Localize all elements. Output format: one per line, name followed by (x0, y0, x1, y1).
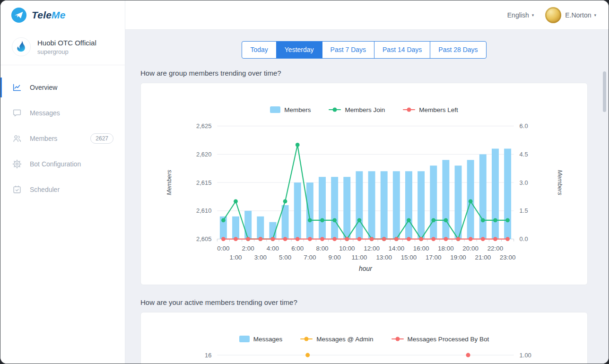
section-title-members: How are group members trending over time… (140, 69, 588, 77)
messages-chart: 161.00 (141, 347, 587, 364)
svg-text:3:00: 3:00 (254, 254, 267, 261)
svg-text:10:00: 10:00 (339, 245, 355, 252)
tab-yesterday[interactable]: Yesterday (276, 41, 322, 59)
svg-text:2,610: 2,610 (196, 207, 211, 214)
svg-text:4:00: 4:00 (267, 245, 279, 252)
legend-members[interactable]: Members (270, 106, 311, 113)
brand[interactable]: TeleMe (0, 0, 125, 30)
gear-icon (12, 159, 22, 169)
sidebar: TeleMe Huobi OTC Official supergroup Ove… (0, 0, 125, 364)
legend-line-swatch (300, 338, 313, 340)
svg-text:2,625: 2,625 (196, 122, 211, 130)
section-title-active-members: How are your active members trending ove… (140, 298, 588, 306)
svg-text:6.0: 6.0 (520, 122, 528, 130)
svg-text:7:00: 7:00 (304, 254, 316, 261)
group-header: Huobi OTC Official supergroup (0, 30, 125, 65)
svg-text:0:00: 0:00 (217, 245, 229, 252)
sidebar-item-label: Scheduler (30, 186, 60, 193)
legend-label: Members Join (345, 106, 385, 113)
scrollbar-thumb[interactable] (603, 71, 606, 112)
group-type: supergroup (37, 48, 96, 55)
messages-chart-card: MessagesMessages @ AdminMessages Process… (140, 312, 588, 364)
svg-text:13:00: 13:00 (376, 254, 392, 261)
overview-icon (12, 82, 22, 93)
svg-text:23:00: 23:00 (500, 254, 516, 261)
svg-text:12:00: 12:00 (364, 245, 380, 252)
svg-text:0.0: 0.0 (520, 235, 528, 243)
members-count-badge: 2627 (90, 133, 113, 144)
date-range-tabs: TodayYesterdayPast 7 DaysPast 14 DaysPas… (140, 41, 588, 59)
sidebar-item-label: Bot Configuration (30, 160, 81, 168)
sidebar-item-label: Overview (30, 84, 57, 91)
legend-label: Messages (253, 336, 283, 343)
chevron-down-icon: ▾ (532, 13, 534, 17)
legend-label: Members (284, 106, 311, 113)
svg-text:Members: Members (165, 170, 173, 195)
members-icon (12, 133, 22, 144)
sidebar-item-bot-configuration[interactable]: Bot Configuration (0, 151, 125, 177)
svg-text:16: 16 (205, 352, 211, 359)
svg-text:19:00: 19:00 (450, 254, 466, 261)
svg-text:21:00: 21:00 (475, 254, 491, 261)
chevron-down-icon: ▾ (594, 13, 596, 17)
members-chart-card: MembersMembers JoinMembers Left 2,6256.0… (140, 83, 588, 285)
svg-text:9:00: 9:00 (329, 254, 341, 261)
legend-label: Messages Processed By Bot (408, 336, 489, 343)
svg-text:1:00: 1:00 (229, 254, 242, 261)
svg-text:2,620: 2,620 (196, 151, 211, 158)
teleme-logo-icon (11, 7, 27, 23)
legend-label: Members Left (419, 106, 458, 113)
svg-text:15:00: 15:00 (401, 254, 417, 261)
tab-past-14-days[interactable]: Past 14 Days (374, 41, 430, 59)
svg-text:2,615: 2,615 (196, 179, 211, 186)
svg-text:18:00: 18:00 (438, 245, 454, 252)
sidebar-item-messages[interactable]: Messages (0, 100, 125, 126)
user-name: E.Norton (565, 11, 591, 19)
user-avatar (545, 7, 561, 23)
app-window: TeleMe Huobi OTC Official supergroup Ove… (0, 0, 609, 364)
svg-text:3.0: 3.0 (520, 179, 528, 186)
sidebar-menu: OverviewMessagesMembers2627Bot Configura… (0, 65, 125, 202)
legend-members-join[interactable]: Members Join (329, 106, 385, 113)
svg-text:17:00: 17:00 (426, 254, 442, 261)
sidebar-item-overview[interactable]: Overview (0, 75, 125, 100)
legend-line-swatch (392, 338, 404, 340)
svg-text:20:00: 20:00 (462, 245, 478, 252)
tab-today[interactable]: Today (242, 41, 276, 59)
tab-past-28-days[interactable]: Past 28 Days (430, 41, 486, 59)
svg-text:hour: hour (359, 265, 373, 272)
svg-text:4.5: 4.5 (520, 151, 528, 158)
legend-messages[interactable]: Messages (239, 336, 283, 343)
svg-text:2,605: 2,605 (196, 235, 211, 243)
svg-text:11:00: 11:00 (352, 254, 367, 261)
language-selector[interactable]: English ▾ (507, 11, 534, 19)
legend-messages-processed-by-bot[interactable]: Messages Processed By Bot (392, 336, 489, 343)
legend-line-swatch (403, 109, 415, 111)
svg-text:1.5: 1.5 (520, 207, 528, 214)
tab-past-7-days[interactable]: Past 7 Days (322, 41, 374, 59)
legend-line-swatch (329, 109, 341, 111)
svg-text:Members: Members (557, 170, 564, 195)
svg-text:16:00: 16:00 (413, 245, 429, 252)
sidebar-item-label: Members (30, 135, 57, 142)
sidebar-item-scheduler[interactable]: Scheduler (0, 177, 125, 202)
group-name: Huobi OTC Official (37, 39, 96, 47)
svg-text:22:00: 22:00 (487, 245, 504, 252)
messages-chart-legend: MessagesMessages @ AdminMessages Process… (141, 335, 587, 343)
main-content: TodayYesterdayPast 7 DaysPast 14 DaysPas… (125, 30, 609, 364)
user-menu[interactable]: E.Norton ▾ (545, 7, 596, 23)
svg-text:5:00: 5:00 (279, 254, 291, 261)
legend-members-left[interactable]: Members Left (403, 106, 458, 113)
legend-messages-admin[interactable]: Messages @ Admin (300, 336, 373, 343)
messages-icon (12, 108, 22, 118)
group-meta: Huobi OTC Official supergroup (37, 39, 96, 55)
topbar: English ▾ E.Norton ▾ (125, 0, 609, 30)
sidebar-item-members[interactable]: Members2627 (0, 126, 125, 151)
sidebar-item-label: Messages (30, 109, 60, 117)
legend-label: Messages @ Admin (316, 336, 373, 343)
svg-text:6:00: 6:00 (291, 245, 304, 252)
legend-bar-swatch (270, 106, 280, 113)
brand-name: TeleMe (32, 9, 66, 21)
svg-text:8:00: 8:00 (316, 245, 328, 252)
members-chart: 2,6256.02,6204.52,6153.02,6101.52,6050.0… (141, 118, 587, 277)
